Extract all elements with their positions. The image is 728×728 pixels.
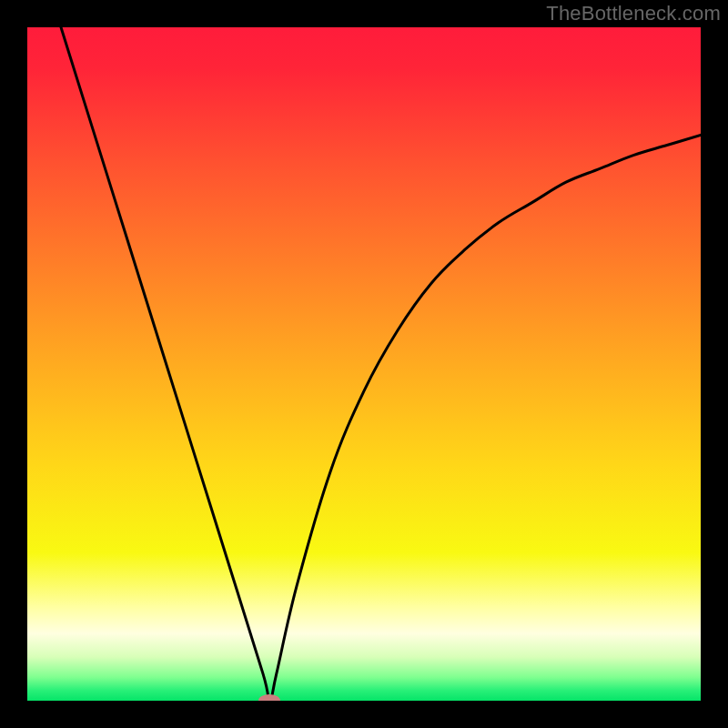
- plot-area: [27, 27, 701, 701]
- optimal-marker: [258, 694, 280, 701]
- watermark-text: TheBottleneck.com: [546, 2, 721, 25]
- curve-svg: [27, 27, 701, 701]
- chart-frame: TheBottleneck.com: [0, 0, 728, 728]
- bottleneck-curve: [61, 27, 701, 701]
